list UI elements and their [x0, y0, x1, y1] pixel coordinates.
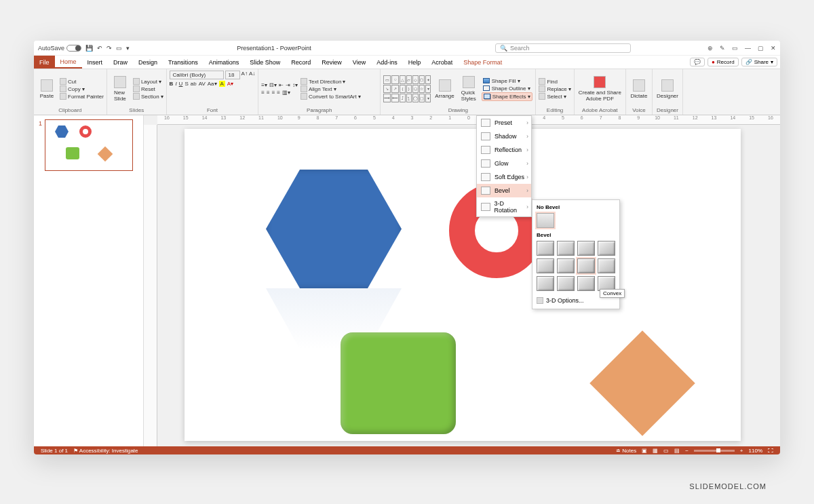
tab-home[interactable]: Home: [55, 56, 82, 69]
menu-3d-rotation[interactable]: 3-D Rotation: [477, 197, 531, 216]
tab-insert[interactable]: Insert: [82, 56, 109, 69]
menu-reflection[interactable]: Reflection: [477, 143, 531, 157]
tab-record[interactable]: Record: [286, 56, 316, 69]
bevel-swatch[interactable]: [557, 241, 575, 256]
bevel-swatch[interactable]: [577, 241, 595, 256]
strike-button[interactable]: S: [185, 81, 188, 87]
reset-button[interactable]: Reset: [133, 85, 163, 92]
zoom-in-icon[interactable]: +: [740, 448, 743, 454]
case-button[interactable]: Aa▾: [208, 81, 217, 87]
tab-slide-show[interactable]: Slide Show: [244, 56, 286, 69]
replace-button[interactable]: Replace▾: [539, 85, 570, 92]
highlight-button[interactable]: A: [219, 81, 225, 87]
bevel-swatch[interactable]: [537, 276, 554, 291]
increase-font-icon[interactable]: A↑: [241, 71, 248, 79]
tab-design[interactable]: Design: [133, 56, 163, 69]
bevel-swatch[interactable]: [598, 258, 615, 273]
arrange-button[interactable]: Arrange: [433, 78, 455, 100]
indent-dec-button[interactable]: ⇤: [279, 82, 284, 88]
tab-animations[interactable]: Animations: [204, 56, 245, 69]
comments-button[interactable]: 💬: [690, 58, 705, 66]
adobe-pdf-button[interactable]: Create and Share Adobe PDF: [577, 75, 623, 103]
view-sorter-icon[interactable]: ▦: [653, 448, 658, 454]
save-icon[interactable]: 💾: [85, 45, 93, 52]
view-reading-icon[interactable]: ▭: [663, 448, 669, 454]
notes-button[interactable]: ≐ Notes: [616, 448, 636, 454]
align-right-button[interactable]: ≡: [272, 90, 275, 96]
line-spacing-button[interactable]: ↕▾: [292, 82, 298, 88]
bevel-swatch[interactable]: [598, 241, 615, 256]
shape-hexagon[interactable]: [266, 170, 402, 288]
indent-inc-button[interactable]: ⇥: [286, 82, 290, 88]
designer-button[interactable]: Designer: [655, 78, 680, 100]
cut-button[interactable]: Cut: [60, 78, 104, 85]
menu-glow[interactable]: Glow: [477, 157, 531, 170]
align-text-button[interactable]: Align Text▾: [301, 85, 361, 92]
tab-shape-format[interactable]: Shape Format: [458, 56, 507, 69]
justify-button[interactable]: ≡: [277, 90, 280, 96]
select-button[interactable]: Select▾: [539, 93, 570, 100]
autosave-toggle[interactable]: AutoSave: [38, 45, 81, 52]
shape-rounded-rectangle[interactable]: [341, 332, 456, 434]
share-button[interactable]: 🔗Share▾: [741, 58, 777, 66]
spacing-button[interactable]: AV: [199, 81, 206, 87]
shadow-button[interactable]: ab: [191, 81, 197, 87]
align-center-button[interactable]: ≡: [267, 90, 270, 96]
zoom-level[interactable]: 110%: [749, 448, 762, 454]
font-name-select[interactable]: Calibri (Body): [170, 71, 224, 79]
convert-smartart-button[interactable]: Convert to SmartArt▾: [301, 93, 361, 100]
bevel-swatch-convex[interactable]: [577, 258, 595, 273]
no-bevel-swatch[interactable]: [537, 213, 554, 228]
shapes-gallery[interactable]: ▭○△▱◇⬡✦ ↘↗{}⬠☆▾ ⟶⟵⤴⤵◯▢▾: [383, 75, 431, 102]
bevel-swatch[interactable]: [557, 276, 575, 291]
tab-review[interactable]: Review: [316, 56, 347, 69]
quick-styles-button[interactable]: Quick Styles: [459, 75, 479, 103]
fit-window-icon[interactable]: ⛶: [768, 448, 773, 454]
tab-transitions[interactable]: Transitions: [163, 56, 204, 69]
record-button[interactable]: ●Record: [708, 58, 739, 66]
maximize-button[interactable]: ▢: [758, 45, 764, 52]
bevel-swatch[interactable]: [557, 258, 575, 273]
slideshow-icon[interactable]: ▭: [116, 45, 122, 52]
tab-draw[interactable]: Draw: [108, 56, 133, 69]
tab-acrobat[interactable]: Acrobat: [426, 56, 458, 69]
bevel-swatch[interactable]: [537, 241, 554, 256]
menu-shadow[interactable]: Shadow: [477, 130, 531, 143]
zoom-slider[interactable]: [694, 450, 735, 452]
layout-button[interactable]: Layout▾: [133, 78, 163, 85]
section-button[interactable]: Section▾: [133, 93, 163, 100]
columns-button[interactable]: ▥▾: [282, 90, 290, 96]
tab-view[interactable]: View: [347, 56, 371, 69]
dictate-button[interactable]: Dictate: [629, 78, 649, 100]
font-color-button[interactable]: A▾: [227, 81, 233, 87]
copy-button[interactable]: Copy▾: [60, 85, 104, 92]
redo-icon[interactable]: ↷: [106, 45, 112, 52]
menu-preset[interactable]: Preset: [477, 116, 531, 130]
find-button[interactable]: Find: [539, 78, 570, 85]
new-slide-button[interactable]: New Slide: [110, 75, 130, 103]
slide-thumbnail-1[interactable]: 1: [45, 119, 133, 171]
menu-bevel[interactable]: Bevel: [477, 184, 531, 197]
font-size-select[interactable]: 18: [225, 71, 240, 79]
search-input[interactable]: 🔍 Search: [495, 43, 631, 53]
menu-soft-edges[interactable]: Soft Edges: [477, 170, 531, 184]
text-direction-button[interactable]: Text Direction▾: [301, 78, 361, 85]
underline-button[interactable]: U: [179, 81, 183, 87]
format-painter-button[interactable]: Format Painter: [60, 93, 104, 100]
italic-button[interactable]: I: [175, 81, 176, 87]
bold-button[interactable]: B: [170, 81, 174, 87]
paste-button[interactable]: Paste: [37, 78, 57, 100]
shape-effects-button[interactable]: Shape Effects▾: [482, 92, 533, 101]
bevel-swatch[interactable]: [537, 258, 554, 273]
shape-outline-button[interactable]: Shape Outline▾: [482, 85, 533, 92]
shape-fill-button[interactable]: Shape Fill▾: [482, 77, 533, 85]
zoom-out-icon[interactable]: −: [685, 448, 689, 454]
tab-help[interactable]: Help: [403, 56, 427, 69]
web-icon[interactable]: ⊕: [708, 45, 713, 52]
accessibility-button[interactable]: ⚑ Accessibility: Investigate: [73, 448, 138, 454]
align-left-button[interactable]: ≡: [261, 90, 265, 96]
bevel-swatch[interactable]: [577, 276, 595, 291]
tab-add-ins[interactable]: Add-ins: [371, 56, 403, 69]
bullets-button[interactable]: ≡▾: [261, 82, 267, 88]
minimize-button[interactable]: —: [745, 45, 751, 52]
